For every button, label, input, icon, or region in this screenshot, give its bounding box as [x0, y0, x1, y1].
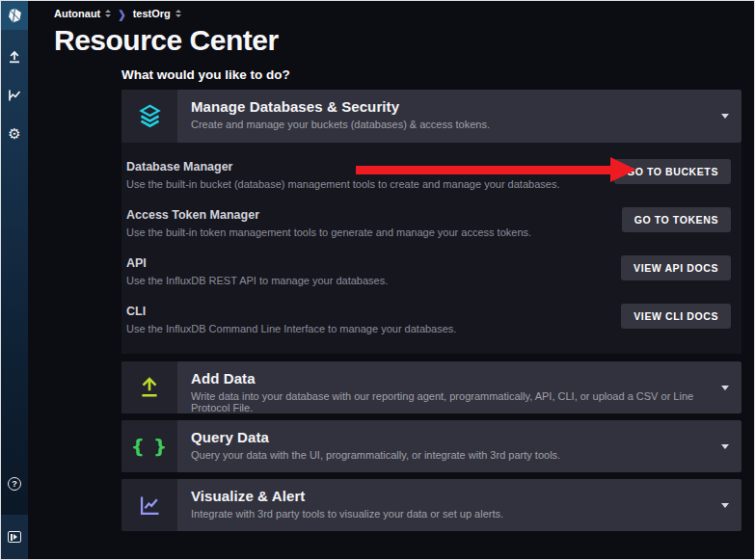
breadcrumb-suborg-label: testOrg — [133, 8, 171, 19]
panel-gap — [121, 472, 742, 479]
row-database-manager: Database Manager Use the built-in bucket… — [126, 147, 731, 196]
panel-header-text: Add Data Write data into your database w… — [177, 361, 721, 413]
upload-arrow-icon — [137, 375, 162, 400]
panel-gap — [121, 413, 742, 420]
panel-title: Add Data — [191, 370, 708, 387]
panel-manage-databases-content: Database Manager Use the built-in bucket… — [121, 143, 742, 354]
panel-expand-control[interactable] — [721, 361, 742, 413]
chevron-down-icon — [721, 114, 729, 119]
panel-title: Manage Databases & Security — [191, 98, 708, 115]
row-text: Database Manager Use the built-in bucket… — [126, 154, 559, 190]
panel-header-text: Manage Databases & Security Create and m… — [177, 90, 721, 143]
breadcrumb-org-selector[interactable]: Autonaut — [54, 8, 111, 19]
view-cli-docs-button[interactable]: VIEW CLI DOCS — [621, 304, 731, 329]
panel-description: Write data into your database with our r… — [191, 390, 708, 413]
panel-title: Query Data — [191, 429, 708, 445]
chevron-down-icon — [721, 444, 729, 449]
row-text: CLI Use the InfluxDB Command Line Interf… — [126, 299, 456, 334]
panel-add-data-header[interactable]: Add Data Write data into your database w… — [121, 361, 742, 413]
prompt-text: What would you like to do? — [121, 67, 754, 82]
panel-icon-box — [121, 90, 177, 143]
panel-visualize-alert-header[interactable]: Visualize & Alert Integrate with 3rd par… — [121, 479, 742, 531]
panel-icon-box — [121, 479, 177, 531]
panel-collapse-control[interactable] — [721, 90, 742, 143]
braces-icon: { } — [131, 435, 168, 458]
help-icon: ? — [8, 477, 21, 491]
graph-icon — [7, 88, 22, 103]
gear-icon: ⚙ — [8, 127, 20, 142]
sidebar-item-load-data[interactable] — [1, 43, 28, 70]
go-to-tokens-button[interactable]: GO TO TOKENS — [622, 207, 731, 232]
row-description: Use the built-in bucket (database) manag… — [126, 178, 559, 190]
resource-panels: Manage Databases & Security Create and m… — [121, 90, 742, 531]
panel-title: Visualize & Alert — [191, 488, 708, 504]
sidebar-item-panel-toggle[interactable] — [1, 515, 28, 559]
page-title: Resource Center — [54, 24, 754, 57]
panel-manage-databases-header[interactable]: Manage Databases & Security Create and m… — [121, 90, 742, 143]
sidebar-item-settings[interactable]: ⚙ — [1, 120, 28, 147]
go-to-buckets-button[interactable]: GO TO BUCKETS — [614, 159, 731, 184]
panel-query-data-header[interactable]: { } Query Data Query your data with the … — [121, 420, 742, 472]
row-access-token-manager: Access Token Manager Use the built-in to… — [126, 196, 731, 244]
row-title: Access Token Manager — [126, 208, 531, 222]
panel-expand-control[interactable] — [721, 479, 742, 531]
view-api-docs-button[interactable]: VIEW API DOCS — [621, 255, 731, 280]
chevron-down-icon — [721, 386, 729, 390]
row-title: Database Manager — [126, 160, 559, 173]
panel-gap — [121, 354, 742, 361]
sort-caret-icon — [175, 10, 181, 17]
breadcrumb-suborg-selector[interactable]: testOrg — [133, 8, 181, 19]
panel-expand-control[interactable] — [721, 420, 742, 472]
sidebar: ⚙ ? — [1, 1, 28, 559]
panel-description: Integrate with 3rd party tools to visual… — [191, 508, 708, 520]
row-cli: CLI Use the InfluxDB Command Line Interf… — [126, 292, 731, 340]
main-content: Autonaut ❯ testOrg Resource Center What … — [28, 1, 754, 559]
panel-toggle-icon — [8, 531, 21, 543]
row-text: Access Token Manager Use the built-in to… — [126, 202, 531, 238]
breadcrumb-org-label: Autonaut — [54, 8, 100, 19]
sidebar-item-help[interactable]: ? — [1, 470, 28, 497]
panel-header-text: Visualize & Alert Integrate with 3rd par… — [177, 479, 721, 531]
row-description: Use the InfluxDB Command Line Interface … — [126, 323, 456, 334]
influxdb-logo-icon — [7, 8, 23, 24]
panel-header-text: Query Data Query your data with the UI, … — [177, 420, 721, 472]
sort-caret-icon — [105, 10, 111, 17]
breadcrumb: Autonaut ❯ testOrg — [54, 1, 754, 19]
row-title: CLI — [126, 305, 456, 318]
row-description: Use the built-in token management tools … — [126, 227, 531, 238]
row-api: API Use the InfluxDB REST API to manage … — [126, 244, 731, 292]
layers-icon — [137, 103, 163, 129]
upload-icon — [7, 49, 22, 65]
row-title: API — [126, 256, 388, 270]
row-description: Use the InfluxDB REST API to manage your… — [126, 275, 388, 286]
panel-description: Create and manage your buckets (database… — [191, 119, 708, 130]
line-chart-icon — [137, 493, 163, 519]
panel-icon-box: { } — [121, 420, 177, 472]
panel-icon-box — [121, 361, 177, 413]
row-text: API Use the InfluxDB REST API to manage … — [126, 251, 388, 286]
sidebar-item-data-explorer[interactable] — [1, 82, 28, 109]
panel-description: Query your data with the UI, programmati… — [191, 449, 708, 461]
influxdb-logo[interactable] — [1, 1, 28, 30]
chevron-down-icon — [721, 503, 729, 508]
breadcrumb-separator-icon: ❯ — [118, 8, 125, 20]
app-window: ⚙ ? Autonaut ❯ testOrg Resource Center W… — [0, 0, 755, 560]
